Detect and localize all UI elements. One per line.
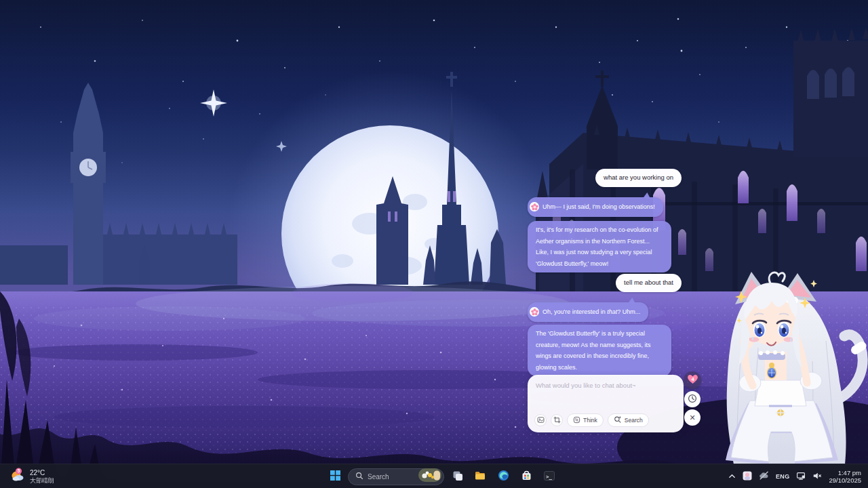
think-button[interactable]: Think (567, 413, 604, 427)
chat-toolbar: Think Search (534, 413, 649, 427)
companion-character[interactable] (711, 266, 868, 464)
weather-text: 22°C 大部晴朗 (30, 469, 54, 485)
terminal-prompt-glyph: >_ (546, 473, 553, 479)
close-icon: ✕ (689, 414, 695, 422)
network-button[interactable] (793, 467, 808, 486)
attach-image-button[interactable] (534, 414, 547, 426)
start-button[interactable] (325, 466, 345, 487)
crop-icon (553, 415, 561, 426)
search-sparkle-icon (614, 415, 622, 425)
volume-muted-icon (812, 471, 822, 483)
task-view-button[interactable] (447, 466, 467, 487)
cloud-slash-icon (759, 471, 769, 482)
file-explorer-button[interactable] (470, 466, 490, 487)
weather-badge: 5 (18, 468, 20, 473)
screenshot-button[interactable] (551, 414, 563, 426)
taskbar-center: >_ (325, 464, 559, 488)
heart-icon: 4 (687, 374, 698, 386)
chat-input-panel: Think Search (528, 375, 684, 432)
onedrive-offline-button[interactable] (756, 467, 772, 486)
tray-time: 1:47 pm (838, 469, 861, 476)
chat-message-text: tell me about that (624, 279, 673, 286)
chat-message-text: what are you working on (604, 174, 673, 181)
clock-icon (688, 394, 697, 405)
chat-message-assistant: Uhm— I just said, I'm doing observations… (528, 197, 663, 217)
edge-icon (498, 470, 509, 483)
system-tray: ENG 1:47 pm 29/10/2025 (726, 464, 865, 488)
chat-message-assistant: Oh, you're interested in that? Uhm... (528, 302, 648, 322)
edge-button[interactable] (493, 466, 513, 487)
folder-icon (474, 470, 486, 484)
weather-condition: 大部晴朗 (30, 477, 54, 485)
weather-sun-cloud-icon: 5 (9, 467, 26, 486)
microsoft-store-button[interactable] (516, 466, 536, 487)
language-indicator[interactable]: ENG (773, 467, 792, 486)
terminal-icon: >_ (543, 470, 555, 484)
search-highlight-image (418, 468, 441, 485)
chat-input[interactable] (532, 379, 677, 407)
chat-message-assistant: The 'Glowdust Butterfly' is a truly spec… (528, 325, 671, 376)
search-icon (355, 470, 363, 483)
taskbar-search-input[interactable] (368, 473, 414, 481)
companion-app-icon (743, 471, 752, 483)
flower-avatar-icon (530, 307, 539, 317)
chevron-up-icon (728, 472, 736, 482)
desktop: what are you working on Uhm— I just said… (0, 0, 868, 488)
tray-overflow-button[interactable] (726, 467, 738, 486)
chat-message-user: tell me about that (616, 274, 682, 292)
chat-message-text: It's, it's for my research on the co-evo… (536, 226, 658, 267)
think-label: Think (583, 417, 597, 424)
weather-widget[interactable]: 5 22°C 大部晴朗 (4, 464, 60, 488)
search-button[interactable]: Search (608, 413, 649, 427)
close-chat-button[interactable]: ✕ (684, 409, 701, 426)
ethernet-icon (796, 471, 806, 483)
search-label: Search (625, 417, 643, 424)
chat-message-text: The 'Glowdust Butterfly' is a truly spec… (536, 330, 651, 371)
tray-companion-app-button[interactable] (740, 467, 755, 486)
windows-logo-icon (330, 470, 340, 483)
task-view-icon (452, 470, 463, 483)
tray-date: 29/10/2025 (829, 476, 861, 484)
image-icon (537, 415, 545, 426)
taskbar: 5 22°C 大部晴朗 (0, 464, 868, 488)
chat-message-text: Oh, you're interested in that? Uhm... (542, 308, 640, 315)
terminal-button[interactable]: >_ (539, 466, 559, 487)
weather-temperature: 22°C (30, 469, 54, 477)
think-icon (573, 416, 580, 425)
chat-message-assistant: It's, it's for my research on the co-evo… (528, 221, 671, 272)
history-button[interactable] (684, 391, 701, 407)
chat-message-text: Uhm— I just said, I'm doing observations… (542, 203, 655, 210)
favorability-button[interactable]: 4 (684, 371, 701, 389)
flower-avatar-icon (530, 202, 539, 211)
taskbar-search[interactable] (348, 468, 444, 485)
store-icon (521, 470, 532, 483)
volume-button[interactable] (810, 467, 825, 486)
taskbar-clock[interactable]: 1:47 pm 29/10/2025 (826, 467, 865, 486)
chat-message-user: what are you working on (595, 169, 682, 187)
